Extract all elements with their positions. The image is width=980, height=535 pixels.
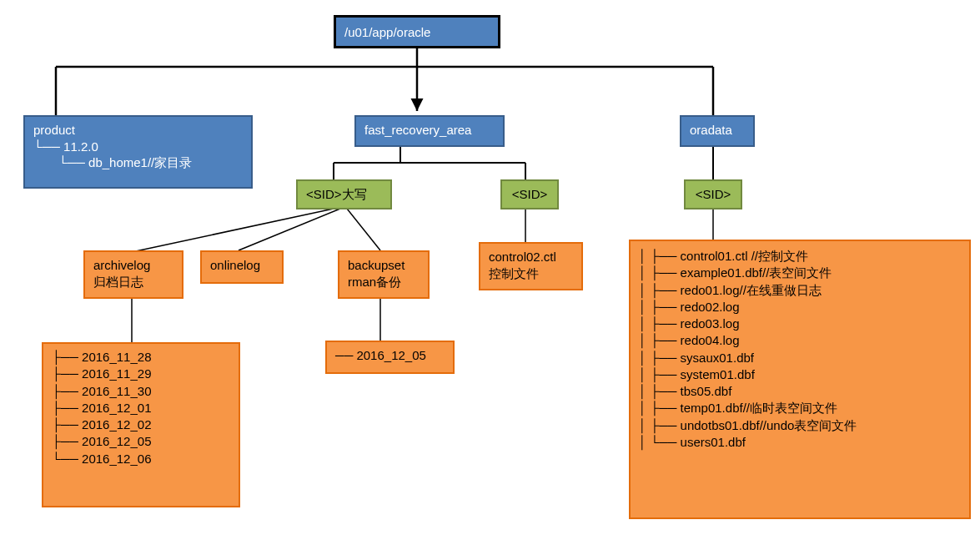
- oradata-node: oradata: [680, 115, 755, 147]
- list-item: │ ├── tbs05.dbf: [639, 383, 961, 400]
- list-item: │ └── users01.dbf: [639, 434, 961, 451]
- list-item: ── 2016_12_05: [335, 347, 445, 364]
- list-item: ├── 2016_12_05: [52, 433, 230, 450]
- list-item: │ ├── temp01.dbf//临时表空间文件: [639, 400, 961, 416]
- list-item: │ ├── redo01.log//在线重做日志: [639, 282, 961, 299]
- oradata-files-node: │ ├── control01.ctl //控制文件│ ├── example0…: [629, 240, 971, 519]
- archivelog-dates-list: ├── 2016_11_28├── 2016_11_29├── 2016_11_…: [52, 349, 230, 467]
- list-item: ├── 2016_12_02: [52, 416, 230, 433]
- archivelog-node: archivelog 归档日志: [83, 250, 183, 299]
- sid-oradata-label: <SID>: [696, 187, 731, 201]
- svg-line-12: [347, 209, 380, 250]
- sid-fra-label: <SID>: [512, 187, 548, 201]
- fast-recovery-title: fast_recovery_area: [364, 123, 471, 137]
- product-node: product └── 11.2.0 └── db_home1//家目录: [23, 115, 253, 189]
- archivelog-line1: archivelog: [93, 257, 173, 274]
- product-title: product: [33, 122, 243, 139]
- archivelog-dates-node: ├── 2016_11_28├── 2016_11_29├── 2016_11_…: [42, 342, 240, 507]
- list-item: │ ├── system01.dbf: [639, 366, 961, 383]
- list-item: ├── 2016_11_28: [52, 349, 230, 366]
- sid-oradata-node: <SID>: [684, 179, 742, 209]
- list-item: │ ├── redo02.log: [639, 299, 961, 315]
- list-item: ├── 2016_11_29: [52, 366, 230, 382]
- archivelog-line2: 归档日志: [93, 274, 173, 290]
- onlinelog-label: onlinelog: [210, 258, 260, 272]
- list-item: │ ├── control01.ctl //控制文件: [639, 248, 961, 265]
- sid-upper-node: <SID>大写: [296, 179, 392, 209]
- list-item: ├── 2016_12_01: [52, 400, 230, 416]
- svg-line-10: [132, 209, 334, 252]
- backupset-line2: rman备份: [348, 274, 420, 290]
- list-item: │ ├── undotbs01.dbf//undo表空间文件: [639, 417, 961, 434]
- control02-line2: 控制文件: [489, 265, 573, 282]
- root-label: /u01/app/oracle: [344, 25, 430, 39]
- product-line2: └── db_home1//家目录: [33, 154, 243, 171]
- list-item: │ ├── redo03.log: [639, 315, 961, 332]
- backupset-node: backupset rman备份: [338, 250, 430, 299]
- product-line1: └── 11.2.0: [33, 139, 243, 155]
- diagram-canvas: /u01/app/oracle product └── 11.2.0 └── d…: [0, 0, 980, 535]
- svg-line-11: [239, 209, 340, 250]
- list-item: ├── 2016_11_30: [52, 383, 230, 400]
- list-item: │ ├── example01.dbf//表空间文件: [639, 265, 961, 281]
- onlinelog-node: onlinelog: [200, 250, 284, 284]
- control02-node: control02.ctl 控制文件: [479, 242, 583, 290]
- list-item: │ ├── sysaux01.dbf: [639, 350, 961, 366]
- control02-line1: control02.ctl: [489, 249, 573, 265]
- backupset-dates-node: ── 2016_12_05: [325, 341, 455, 374]
- sid-upper-label: <SID>大写: [306, 187, 367, 201]
- root-node: /u01/app/oracle: [334, 15, 500, 48]
- oradata-title: oradata: [690, 123, 732, 137]
- list-item: └── 2016_12_06: [52, 451, 230, 467]
- list-item: │ ├── redo04.log: [639, 332, 961, 349]
- sid-fra-node: <SID>: [500, 179, 559, 209]
- backupset-line1: backupset: [348, 257, 420, 274]
- backupset-dates-list: ── 2016_12_05: [335, 347, 445, 364]
- oradata-files-list: │ ├── control01.ctl //控制文件│ ├── example0…: [639, 248, 961, 451]
- fast-recovery-node: fast_recovery_area: [354, 115, 505, 147]
